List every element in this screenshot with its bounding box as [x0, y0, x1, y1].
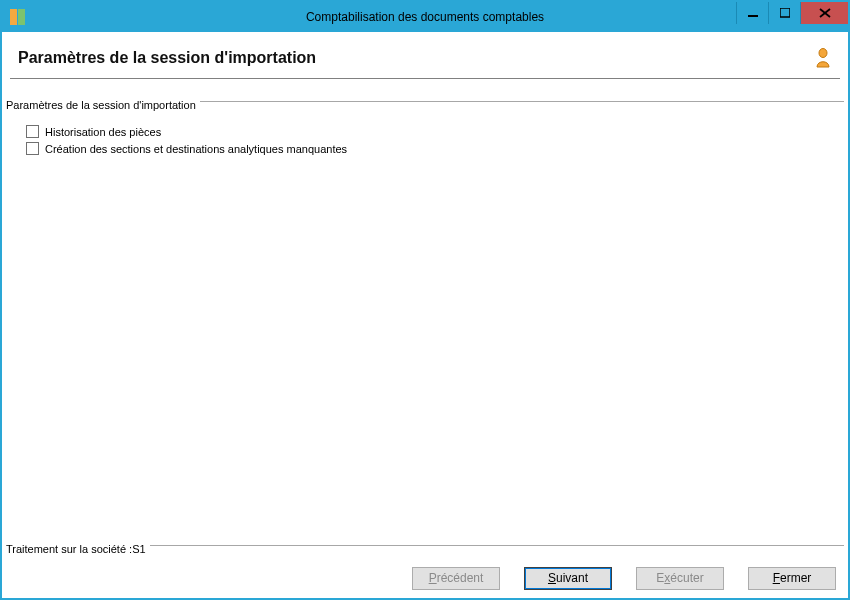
spacer: [6, 159, 844, 527]
svg-point-4: [819, 49, 827, 58]
previous-button[interactable]: Précédent: [412, 567, 500, 590]
execute-button[interactable]: Exécuter: [636, 567, 724, 590]
svg-rect-0: [748, 15, 758, 17]
next-button-rest: uivant: [556, 571, 588, 585]
svg-rect-1: [780, 8, 790, 17]
minimize-button[interactable]: [736, 2, 768, 24]
close-window-button[interactable]: Fermer: [748, 567, 836, 590]
processing-legend: Traitement sur la société :S1: [6, 543, 150, 555]
wizard-buttons: Précédent Suivant Exécuter Fermer: [6, 557, 844, 592]
checkbox-creation-sections-label: Création des sections et destinations an…: [45, 143, 347, 155]
checkbox-creation-sections-input[interactable]: [26, 142, 39, 155]
user-icon[interactable]: [814, 48, 832, 68]
params-legend: Paramètres de la session d'importation: [6, 99, 200, 111]
next-button[interactable]: Suivant: [524, 567, 612, 590]
processing-fieldset: Traitement sur la société :S1: [6, 531, 844, 557]
maximize-button[interactable]: [768, 2, 800, 24]
checkbox-historisation[interactable]: Historisation des pièces: [26, 125, 844, 138]
content-area: Paramètres de la session d'importation P…: [2, 32, 848, 598]
app-icon: [10, 9, 26, 25]
page-title: Paramètres de la session d'importation: [18, 49, 814, 67]
close-button[interactable]: [800, 2, 848, 24]
window-title: Comptabilisation des documents comptable…: [2, 10, 848, 24]
window-controls: [736, 2, 848, 32]
header-row: Paramètres de la session d'importation: [6, 32, 844, 78]
titlebar: Comptabilisation des documents comptable…: [2, 2, 848, 32]
execute-button-rest: écuter: [670, 571, 703, 585]
header-separator: [10, 78, 840, 79]
checkbox-historisation-label: Historisation des pièces: [45, 126, 161, 138]
checkbox-creation-sections[interactable]: Création des sections et destinations an…: [26, 142, 844, 155]
close-window-button-rest: ermer: [780, 571, 811, 585]
previous-button-rest: récédent: [437, 571, 484, 585]
checkbox-historisation-input[interactable]: [26, 125, 39, 138]
params-fieldset: Paramètres de la session d'importation H…: [6, 87, 844, 159]
window-frame: Comptabilisation des documents comptable…: [0, 0, 850, 600]
